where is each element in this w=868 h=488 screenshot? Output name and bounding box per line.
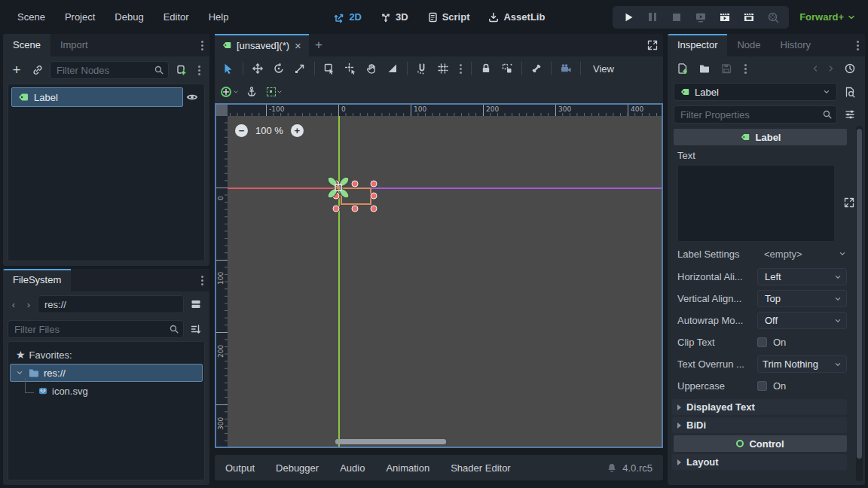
history-forward-button[interactable]	[825, 59, 837, 78]
ruler-tool[interactable]	[383, 59, 402, 78]
horizontal-alignment-dropdown[interactable]: Left	[757, 268, 847, 285]
open-docs-button[interactable]	[841, 83, 859, 101]
filesystem-menu-button[interactable]	[194, 269, 209, 291]
instance-scene-button[interactable]	[29, 61, 47, 79]
zoom-level-label[interactable]: 100 %	[255, 125, 283, 136]
tab-scene[interactable]: Scene	[3, 34, 50, 56]
text-overrun-dropdown[interactable]: Trim Nothing	[757, 355, 847, 373]
scene-tree-menu-button[interactable]	[193, 61, 205, 79]
play-remote-button[interactable]	[690, 8, 711, 27]
horizontal-scrollbar[interactable]	[335, 439, 446, 444]
uppercase-checkbox[interactable]	[757, 381, 767, 391]
bottom-tab-output[interactable]: Output	[225, 462, 255, 474]
load-resource-button[interactable]	[695, 59, 714, 78]
tab-node[interactable]: Node	[727, 34, 770, 56]
scene-dock-menu-button[interactable]	[194, 34, 209, 56]
pause-button[interactable]	[642, 8, 663, 27]
add-node-button[interactable]: +	[8, 61, 26, 79]
history-back-button[interactable]	[809, 59, 821, 78]
2d-canvas[interactable]: − 100 % +	[228, 116, 662, 447]
distraction-free-button[interactable]	[642, 34, 663, 56]
tab-filesystem[interactable]: FileSystem	[3, 269, 71, 291]
file-row-icon-svg[interactable]: icon.svg	[8, 382, 204, 400]
renderer-selector[interactable]: Forward+	[799, 11, 856, 23]
zoom-in-button[interactable]: +	[291, 124, 304, 137]
autowrap-mode-dropdown[interactable]: Off	[757, 312, 847, 329]
skeleton-options-button[interactable]	[527, 59, 546, 78]
horizontal-ruler[interactable]: -100 0 100 200 300 400	[228, 105, 662, 116]
path-input[interactable]	[38, 295, 184, 313]
vertical-alignment-dropdown[interactable]: Top	[757, 290, 847, 307]
section-displayed-text[interactable]: Displayed Text	[672, 399, 847, 415]
selection-handle[interactable]	[352, 206, 359, 212]
container-sizing-button[interactable]	[262, 83, 288, 101]
scene-node-label[interactable]: Label	[11, 87, 183, 107]
position-preset-button[interactable]	[219, 83, 241, 101]
movie-maker-button[interactable]	[763, 8, 784, 27]
section-bidi[interactable]: BiDi	[672, 417, 847, 433]
attach-script-button[interactable]	[172, 61, 190, 79]
favorites-row[interactable]: ★ Favorites:	[8, 346, 204, 364]
select-tool[interactable]	[219, 59, 238, 78]
stop-button[interactable]	[666, 8, 687, 27]
smart-snap-button[interactable]	[412, 59, 432, 78]
tab-history[interactable]: History	[771, 34, 821, 56]
version-label[interactable]: 4.0.rc5	[622, 462, 653, 474]
group-selection-button[interactable]	[497, 59, 517, 78]
visibility-toggle[interactable]	[183, 88, 201, 106]
inspector-scrollbar[interactable]	[856, 126, 863, 481]
anchor-preset-button[interactable]	[243, 83, 261, 101]
resource-options-button[interactable]	[739, 59, 751, 78]
split-view-button[interactable]	[187, 295, 205, 313]
expand-text-editor-button[interactable]	[843, 197, 855, 209]
new-scene-tab-button[interactable]: +	[309, 34, 329, 56]
workspace-assetlib-button[interactable]: AssetLib	[481, 6, 551, 29]
menu-help[interactable]: Help	[199, 0, 239, 34]
lock-selection-button[interactable]	[476, 59, 496, 78]
workspace-script-button[interactable]: Script	[420, 6, 476, 29]
edited-node-selector[interactable]: Label	[674, 83, 837, 101]
save-resource-button[interactable]	[717, 59, 735, 78]
bottom-tab-shader-editor[interactable]: Shader Editor	[451, 462, 511, 474]
menu-debug[interactable]: Debug	[105, 0, 153, 34]
bottom-tab-debugger[interactable]: Debugger	[276, 462, 319, 474]
grid-snap-button[interactable]	[433, 59, 453, 78]
snap-options-button[interactable]	[454, 59, 466, 78]
property-tools-button[interactable]	[841, 105, 859, 124]
nav-forward-button[interactable]: ›	[23, 295, 35, 313]
workspace-3d-button[interactable]: 3D	[374, 6, 414, 29]
menu-scene[interactable]: Scene	[8, 0, 55, 34]
section-layout[interactable]: Layout	[672, 454, 847, 470]
selection-handle[interactable]	[371, 193, 377, 200]
label-settings-picker[interactable]: <empty>	[757, 249, 847, 260]
tab-import[interactable]: Import	[50, 34, 98, 56]
file-sort-button[interactable]	[187, 320, 205, 338]
clip-text-checkbox[interactable]	[757, 337, 767, 347]
view-menu[interactable]: View	[585, 63, 622, 75]
anchor-gizmo[interactable]	[317, 169, 359, 206]
filter-nodes-input[interactable]	[50, 61, 169, 79]
nav-back-button[interactable]: ‹	[8, 295, 20, 313]
scrollbar-thumb[interactable]	[857, 129, 862, 459]
scene-tab-unsaved[interactable]: [unsaved](*) ×	[215, 34, 309, 56]
play-custom-scene-button[interactable]	[738, 8, 760, 27]
menu-project[interactable]: Project	[55, 0, 105, 34]
scale-tool[interactable]	[290, 59, 310, 78]
menu-editor[interactable]: Editor	[154, 0, 199, 34]
pan-tool[interactable]	[362, 59, 381, 78]
new-resource-button[interactable]	[674, 59, 692, 78]
bottom-tab-animation[interactable]: Animation	[386, 462, 429, 474]
selection-handle[interactable]	[333, 206, 340, 212]
bell-icon[interactable]	[607, 462, 617, 473]
rotate-tool[interactable]	[269, 59, 289, 78]
filter-properties-input[interactable]	[674, 105, 837, 124]
list-select-tool[interactable]	[319, 59, 339, 78]
res-root-row[interactable]: res://	[10, 364, 203, 382]
camera-override-button[interactable]	[556, 59, 576, 78]
play-scene-button[interactable]	[714, 8, 735, 27]
tab-inspector[interactable]: Inspector	[668, 34, 727, 56]
inspector-menu-button[interactable]	[850, 34, 865, 56]
move-tool[interactable]	[248, 59, 267, 78]
close-tab-button[interactable]: ×	[294, 40, 302, 51]
workspace-2d-button[interactable]: 2D	[327, 6, 368, 29]
